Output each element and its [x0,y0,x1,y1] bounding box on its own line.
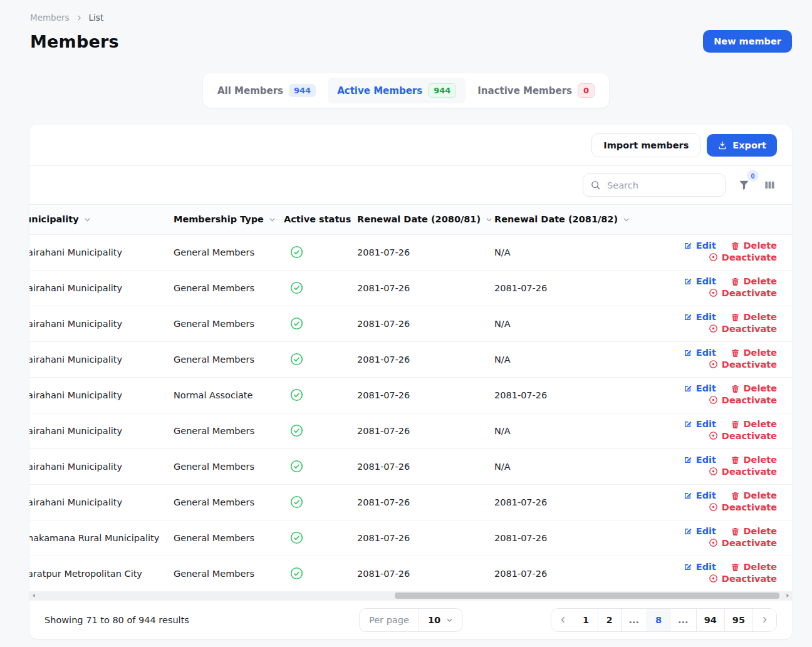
scroll-right-arrow-icon[interactable] [783,591,792,600]
cell-renewal-2081-82: 2081-07-26 [494,377,632,413]
scrollbar-thumb[interactable] [395,593,779,599]
cell-active-status [284,556,357,591]
breadcrumb-list[interactable]: List [89,13,104,23]
edit-button[interactable]: Edit [683,276,716,286]
tab-all-members[interactable]: All Members 944 [208,78,325,103]
cell-actions: Edit Delete Deactivate [632,341,792,377]
trash-icon [731,277,740,286]
active-check-icon [290,424,303,437]
delete-button[interactable]: Delete [731,383,777,393]
edit-button[interactable]: Edit [683,490,716,500]
edit-button[interactable]: Edit [683,383,716,393]
delete-button[interactable]: Delete [731,490,777,500]
cell-active-status [284,413,357,448]
pagination-page-94[interactable]: 94 [696,609,724,631]
scroll-left-arrow-icon[interactable] [29,591,38,600]
cell-municipality: airahani Municipality [29,413,174,448]
deactivate-button[interactable]: Deactivate [709,502,777,512]
deactivate-button[interactable]: Deactivate [709,538,777,548]
deactivate-button[interactable]: Deactivate [709,467,777,477]
pagination-ellipsis: ... [670,609,696,631]
cell-renewal-2080-81: 2081-07-26 [357,484,494,520]
pagination-page-1[interactable]: 1 [575,609,598,631]
delete-button[interactable]: Delete [731,312,777,322]
card-footer: Showing 71 to 80 of 944 results Per page… [29,600,792,639]
edit-icon [683,455,692,465]
per-page-select[interactable]: 10 [419,609,462,631]
table-row: airahani Municipality General Members 20… [29,341,792,377]
per-page-label: Per page [360,609,419,631]
edit-label: Edit [696,383,716,393]
deactivate-button[interactable]: Deactivate [709,360,777,370]
search-input[interactable] [583,173,726,197]
pagination-next-button[interactable] [752,609,776,631]
deactivate-button[interactable]: Deactivate [709,288,777,298]
pagination-prev-button[interactable] [551,609,575,631]
active-check-icon [290,281,303,294]
edit-label: Edit [696,312,716,322]
horizontal-scrollbar[interactable] [29,591,792,600]
trash-icon [731,313,740,322]
columns-button[interactable] [763,178,777,192]
active-check-icon [290,388,303,401]
table-row: airahani Municipality Normal Associate 2… [29,377,792,413]
edit-icon [683,491,692,500]
column-header-municipality[interactable]: unicipality [29,205,174,234]
delete-button[interactable]: Delete [731,241,777,251]
export-button[interactable]: Export [707,134,777,157]
cell-renewal-2081-82: N/A [494,448,632,484]
cell-municipality: hakamana Rural Municipality [29,520,174,556]
edit-button[interactable]: Edit [683,312,716,322]
column-label: Membership Type [174,214,264,224]
cell-membership-type: General Members [174,520,284,556]
cell-membership-type: General Members [174,270,284,306]
column-header-membership-type[interactable]: Membership Type [174,205,284,234]
cell-active-status [284,270,357,306]
cell-renewal-2081-82: 2081-07-26 [494,270,632,306]
delete-button[interactable]: Delete [731,419,777,429]
edit-button[interactable]: Edit [683,348,716,358]
column-header-renewal-2080-81[interactable]: Renewal Date (2080/81) [357,205,494,234]
filter-button[interactable]: 0 [737,178,751,192]
deactivate-label: Deactivate [722,252,777,262]
column-header-renewal-2081-82[interactable]: Renewal Date (2081/82) [494,205,632,234]
cell-municipality: aratpur Metropolitan City [29,556,174,591]
delete-button[interactable]: Delete [731,348,777,358]
tab-active-members-label: Active Members [337,85,422,96]
cell-renewal-2080-81: 2081-07-26 [357,448,494,484]
trash-icon [731,455,740,465]
cell-membership-type: General Members [174,234,284,270]
delete-label: Delete [744,490,777,500]
delete-button[interactable]: Delete [731,455,777,465]
deactivate-button[interactable]: Deactivate [709,574,777,584]
edit-button[interactable]: Edit [683,526,716,536]
edit-button[interactable]: Edit [683,419,716,429]
edit-button[interactable]: Edit [683,455,716,465]
tab-active-members[interactable]: Active Members 944 [328,78,466,103]
deactivate-icon [709,502,718,512]
cell-membership-type: General Members [174,448,284,484]
delete-button[interactable]: Delete [731,526,777,536]
delete-button[interactable]: Delete [731,562,777,572]
pagination-page-95[interactable]: 95 [724,609,752,631]
cell-municipality: airahani Municipality [29,234,174,270]
delete-button[interactable]: Delete [731,276,777,286]
pagination-page-8[interactable]: 8 [647,609,670,631]
cell-membership-type: General Members [174,413,284,448]
deactivate-icon [709,360,718,369]
delete-label: Delete [744,312,777,322]
members-card: Import members Export 0 [29,125,792,639]
import-members-button[interactable]: Import members [591,133,700,157]
deactivate-button[interactable]: Deactivate [709,324,777,334]
edit-button[interactable]: Edit [683,241,716,251]
breadcrumb-members[interactable]: Members [30,13,70,23]
deactivate-button[interactable]: Deactivate [709,395,777,405]
cell-renewal-2081-82: N/A [494,306,632,341]
pagination-page-2[interactable]: 2 [598,609,621,631]
new-member-button[interactable]: New member [703,30,792,53]
edit-button[interactable]: Edit [683,562,716,572]
cell-actions: Edit Delete Deactivate [632,270,792,306]
deactivate-button[interactable]: Deactivate [709,252,777,262]
tab-inactive-members[interactable]: Inactive Members 0 [468,78,604,103]
deactivate-button[interactable]: Deactivate [709,431,777,441]
